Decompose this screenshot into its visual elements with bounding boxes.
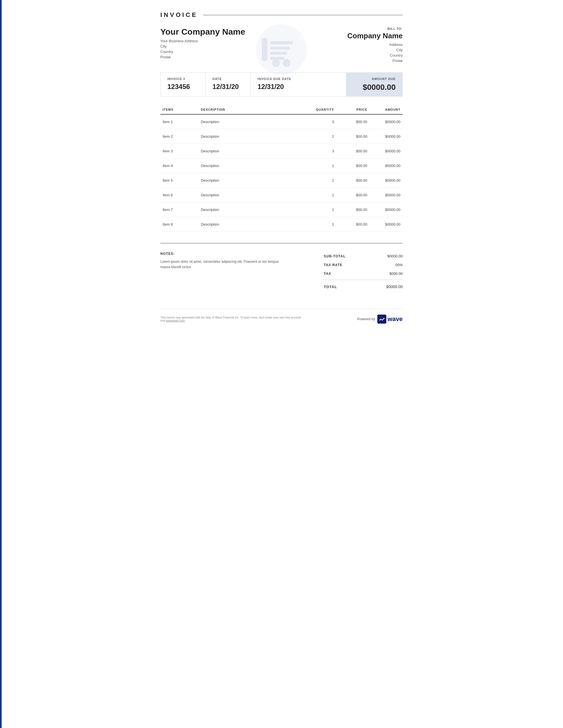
- subtotal-label: SUB-TOTAL: [324, 254, 346, 258]
- item-price: $00.00: [337, 129, 370, 144]
- item-description: Description: [199, 129, 306, 144]
- invoice-number-value: 123456: [167, 83, 199, 91]
- svg-point-6: [283, 59, 291, 67]
- invoice-date-cell: DATE 12/31/20: [206, 73, 251, 96]
- invoice-due-date-value: 12/31/20: [257, 83, 292, 91]
- item-description: Description: [199, 114, 306, 129]
- item-price: $00.00: [337, 173, 370, 188]
- table-row: Item 6 Description 1 $00.00 $0000.00: [160, 188, 403, 202]
- item-price: $00.00: [337, 202, 370, 217]
- col-header-price: PRICE: [337, 105, 370, 114]
- item-description: Description: [199, 188, 306, 202]
- item-amount: $0000.00: [370, 217, 403, 232]
- svg-rect-7: [262, 38, 267, 61]
- item-description: Description: [199, 144, 306, 159]
- amount-due-label: AMOUNT DUE: [353, 77, 396, 81]
- company-section: Your Company Name Your Business Address …: [160, 27, 403, 64]
- logo-watermark: [253, 21, 310, 78]
- item-amount: $0000.00: [370, 129, 403, 144]
- invoice-date-label: DATE: [212, 77, 244, 81]
- col-header-description: DESCRIPTION: [199, 105, 306, 114]
- table-row: Item 2 Description 2 $00.00 $0000.00: [160, 129, 403, 144]
- notes-label: NOTES:: [160, 252, 282, 256]
- item-quantity: 1: [306, 173, 337, 188]
- item-amount: $0000.00: [370, 159, 403, 173]
- item-description: Description: [199, 173, 306, 188]
- item-name: Item 2: [160, 129, 199, 144]
- footer: This invoice was generated with the help…: [160, 309, 403, 324]
- svg-rect-1: [270, 41, 293, 44]
- notes-section: NOTES: Lorem ipsum dolor sit amet, conse…: [160, 252, 282, 270]
- tax-rate-value: 00%: [395, 263, 403, 267]
- item-name: Item 1: [160, 114, 199, 129]
- item-amount: $0000.00: [370, 202, 403, 217]
- item-name: Item 7: [160, 202, 199, 217]
- wave-logo: wave: [377, 315, 403, 324]
- col-header-quantity: QUANTITY: [306, 105, 337, 114]
- item-quantity: 1: [306, 202, 337, 217]
- item-amount: $0000.00: [370, 173, 403, 188]
- subtotal-value: $0000.00: [388, 254, 403, 258]
- footer-powered-by: Powered by wave: [357, 315, 403, 324]
- tax-rate-row: TAX RATE 00%: [324, 261, 403, 269]
- item-name: Item 3: [160, 144, 199, 159]
- footer-link[interactable]: waveapps.com: [166, 319, 185, 322]
- svg-rect-3: [270, 52, 287, 55]
- item-quantity: 1: [306, 159, 337, 173]
- tax-rate-label: TAX RATE: [324, 263, 342, 267]
- amount-due-value: $0000.00: [353, 83, 396, 92]
- table-row: Item 1 Description 3 $00.00 $0000.00: [160, 114, 403, 129]
- item-quantity: 1: [306, 188, 337, 202]
- item-amount: $0000.00: [370, 114, 403, 129]
- item-amount: $0000.00: [370, 188, 403, 202]
- item-description: Description: [199, 159, 306, 173]
- wave-brand-name: wave: [388, 315, 403, 323]
- item-quantity: 3: [306, 144, 337, 159]
- col-header-items: ITEMS: [160, 105, 199, 114]
- item-price: $00.00: [337, 217, 370, 232]
- item-price: $00.00: [337, 144, 370, 159]
- item-quantity: 2: [306, 129, 337, 144]
- table-row: Item 7 Description 1 $00.00 $0000.00: [160, 202, 403, 217]
- item-amount: $0000.00: [370, 144, 403, 159]
- tax-row: TAX $000.00: [324, 269, 403, 278]
- item-description: Description: [199, 202, 306, 217]
- total-label: TOTAL: [324, 285, 337, 289]
- table-header-row: ITEMS DESCRIPTION QUANTITY PRICE AMOUNT: [160, 105, 403, 114]
- invoice-number-cell: INVOICE # 123456: [161, 73, 206, 96]
- item-name: Item 5: [160, 173, 199, 188]
- amount-due-cell: AMOUNT DUE $0000.00: [346, 73, 402, 96]
- total-value: $0000.00: [386, 284, 403, 289]
- item-price: $00.00: [337, 188, 370, 202]
- table-row: Item 8 Description 1 $00.00 $0000.00: [160, 217, 403, 232]
- tax-value: $000.00: [390, 271, 403, 276]
- footer-text: This invoice was generated with the help…: [160, 316, 306, 322]
- powered-by-label: Powered by: [357, 317, 375, 321]
- item-name: Item 6: [160, 188, 199, 202]
- svg-rect-2: [270, 47, 290, 50]
- totals-divider: [324, 280, 403, 280]
- invoice-header: INVOICE: [160, 11, 403, 19]
- items-table: ITEMS DESCRIPTION QUANTITY PRICE AMOUNT …: [160, 105, 403, 232]
- svg-point-5: [272, 59, 280, 67]
- table-row: Item 5 Description 1 $00.00 $0000.00: [160, 173, 403, 188]
- table-row: Item 3 Description 3 $00.00 $0000.00: [160, 144, 403, 159]
- item-description: Description: [199, 217, 306, 232]
- svg-rect-4: [270, 57, 284, 60]
- totals-section: SUB-TOTAL $0000.00 TAX RATE 00% TAX $000…: [324, 252, 403, 292]
- table-row: Item 4 Description 1 $00.00 $0000.00: [160, 159, 403, 173]
- notes-text: Lorem ipsum dolor sit amet, consectetur …: [160, 259, 282, 270]
- item-quantity: 1: [306, 217, 337, 232]
- invoice-number-label: INVOICE #: [167, 77, 199, 81]
- item-quantity: 3: [306, 114, 337, 129]
- item-name: Item 8: [160, 217, 199, 232]
- invoice-title: INVOICE: [160, 11, 197, 19]
- item-name: Item 4: [160, 159, 199, 173]
- bottom-section: NOTES: Lorem ipsum dolor sit amet, conse…: [160, 243, 403, 292]
- header-divider: [203, 15, 403, 15]
- tax-label: TAX: [324, 272, 331, 276]
- invoice-date-value: 12/31/20: [212, 83, 244, 91]
- col-header-amount: AMOUNT: [370, 105, 403, 114]
- total-row: TOTAL $0000.00: [324, 282, 403, 292]
- item-price: $00.00: [337, 159, 370, 173]
